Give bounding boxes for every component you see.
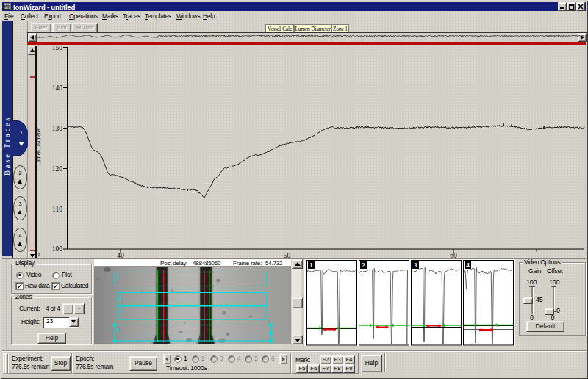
svg-text:3: 3 — [414, 261, 417, 269]
svg-text:100: 100 — [52, 245, 63, 253]
svg-text:4: 4 — [116, 326, 120, 333]
svg-text:140: 140 — [52, 84, 63, 92]
svg-text:2: 2 — [362, 261, 365, 269]
svg-text:130: 130 — [52, 125, 63, 132]
svg-text:120: 120 — [52, 165, 63, 173]
svg-text:2: 2 — [119, 294, 123, 301]
svg-text:150: 150 — [52, 46, 63, 51]
svg-text:1: 1 — [309, 261, 313, 269]
svg-text:1: 1 — [116, 273, 120, 281]
svg-text:110: 110 — [52, 206, 62, 213]
svg-text:3: 3 — [119, 307, 123, 314]
svg-text:Lumen Diameter: Lumen Diameter — [37, 128, 42, 166]
svg-text:4: 4 — [466, 261, 470, 269]
svg-text:s: s — [38, 250, 40, 257]
